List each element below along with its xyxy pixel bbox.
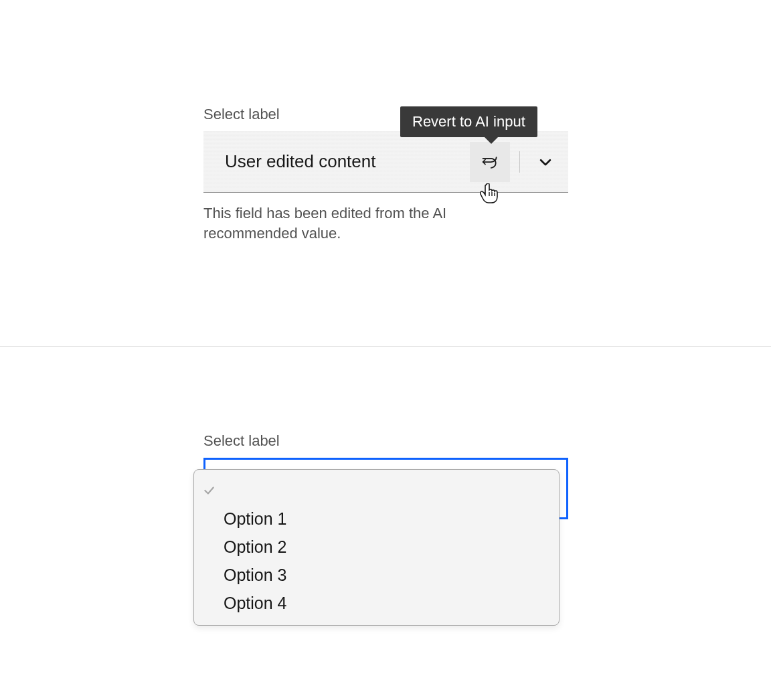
revert-button[interactable]	[470, 142, 510, 182]
field-label: Select label	[203, 432, 568, 450]
dropdown-option-blank[interactable]	[194, 476, 559, 505]
undo-icon	[481, 153, 499, 171]
option-label: Option 1	[224, 509, 559, 529]
select-value: User edited content	[203, 151, 470, 172]
dropdown-toggle[interactable]	[529, 142, 562, 182]
option-label: Option 3	[224, 565, 559, 585]
tooltip: Revert to AI input	[400, 106, 537, 137]
dropdown-option-2[interactable]: Option 2	[194, 533, 559, 561]
option-label: Option 4	[224, 594, 559, 613]
dropdown-option-4[interactable]: Option 4	[194, 589, 559, 617]
dropdown-option-1[interactable]: Option 1	[194, 505, 559, 533]
dropdown-option-3[interactable]: Option 3	[194, 561, 559, 589]
example-revert-state: Select label User edited content	[0, 0, 771, 347]
option-label: Option 2	[224, 537, 559, 557]
chevron-down-icon	[538, 155, 553, 169]
checkmark-icon	[194, 485, 224, 497]
helper-text: This field has been edited from the AI r…	[203, 203, 498, 243]
divider	[519, 151, 520, 173]
dropdown-menu: Option 1 Option 2 Option 3 Option 4	[193, 469, 560, 626]
select-input-edited[interactable]: User edited content	[203, 131, 568, 193]
